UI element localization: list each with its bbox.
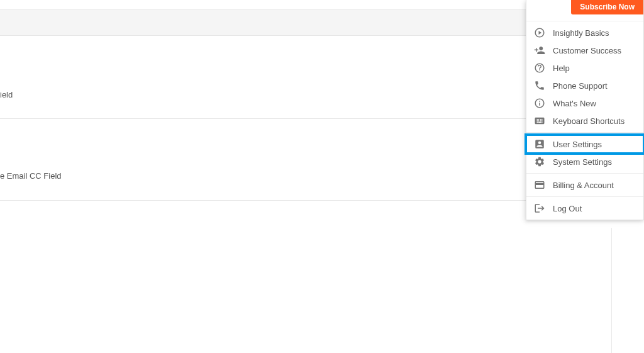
menu-label: System Settings <box>553 157 612 167</box>
right-side-strip <box>611 228 644 353</box>
play-circle-icon <box>534 27 545 38</box>
subscribe-wrap: Subscribe Now <box>526 0 643 21</box>
keyboard-icon <box>534 115 545 126</box>
menu-section-settings: User Settings System Settings <box>526 133 643 174</box>
info-circle-icon <box>534 98 545 109</box>
menu-item-phone-support[interactable]: Phone Support <box>526 77 643 94</box>
menu-label: Log Out <box>553 204 582 213</box>
menu-label: Help <box>553 64 570 73</box>
menu-label: Phone Support <box>553 81 608 91</box>
help-circle-icon <box>534 62 545 74</box>
menu-item-insightly-basics[interactable]: Insightly Basics <box>526 24 643 42</box>
menu-label: Customer Success <box>553 46 621 55</box>
credit-card-icon <box>534 179 545 191</box>
divider <box>0 118 526 119</box>
menu-item-whats-new[interactable]: What's New <box>526 94 643 112</box>
person-add-icon <box>534 45 545 56</box>
menu-item-log-out[interactable]: Log Out <box>526 199 643 217</box>
menu-section-logout: Log Out <box>526 197 643 220</box>
phone-icon <box>534 80 545 91</box>
menu-item-system-settings[interactable]: System Settings <box>526 153 643 171</box>
menu-section-help: Insightly Basics Customer Success Help P… <box>526 21 643 133</box>
menu-item-help[interactable]: Help <box>526 59 643 77</box>
menu-section-billing: Billing & Account <box>526 174 643 197</box>
menu-label: Keyboard Shortcuts <box>553 116 625 126</box>
menu-item-customer-success[interactable]: Customer Success <box>526 42 643 59</box>
menu-item-billing-account[interactable]: Billing & Account <box>526 176 643 194</box>
truncated-text-email-cc: e Email CC Field <box>0 171 62 181</box>
user-box-icon <box>534 138 545 150</box>
logout-icon <box>534 203 545 214</box>
user-dropdown-menu: Subscribe Now Insightly Basics Customer … <box>526 0 644 220</box>
subscribe-now-button[interactable]: Subscribe Now <box>571 0 643 14</box>
truncated-text-field: ield <box>0 90 13 99</box>
menu-label: User Settings <box>553 140 602 149</box>
menu-item-user-settings[interactable]: User Settings <box>526 135 643 153</box>
menu-label: What's New <box>553 99 596 108</box>
divider <box>0 200 526 201</box>
menu-item-keyboard-shortcuts[interactable]: Keyboard Shortcuts <box>526 112 643 130</box>
menu-label: Billing & Account <box>553 181 614 190</box>
background-band <box>0 9 526 36</box>
menu-label: Insightly Basics <box>553 28 609 38</box>
gear-icon <box>534 156 545 167</box>
